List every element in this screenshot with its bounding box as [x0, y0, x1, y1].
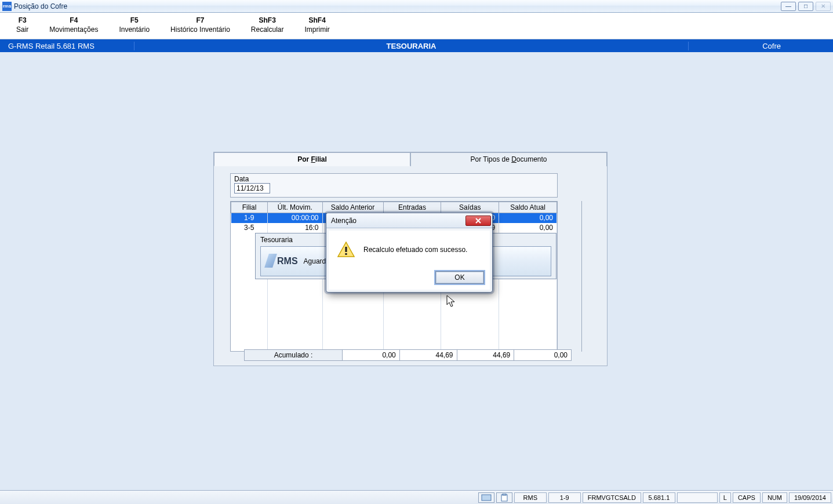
- acumulado-entradas: 44,69: [400, 349, 457, 361]
- data-label: Data: [234, 175, 554, 183]
- col-saldo-atual[interactable]: Saldo Atual: [499, 202, 557, 213]
- band-center: TESOURARIA: [134, 42, 688, 50]
- close-button[interactable]: ✕: [816, 2, 831, 11]
- menu-f4-movimentacoes[interactable]: F4 Movimentações: [39, 15, 108, 38]
- window-controls: — □ ✕: [781, 0, 831, 12]
- svg-rect-3: [501, 495, 507, 501]
- status-blank: [677, 492, 718, 503]
- menu-shf4-imprimir[interactable]: ShF4 Imprimir: [294, 15, 340, 38]
- band-left: G-RMS Retail 5.681 RMS: [0, 42, 134, 50]
- status-clipboard-icon[interactable]: [496, 492, 512, 503]
- minimize-button[interactable]: —: [781, 2, 796, 11]
- menu-f3-sair[interactable]: F3 Sair: [6, 15, 39, 38]
- window-titlebar: rms Posição do Cofre — □ ✕: [0, 0, 833, 13]
- svg-rect-2: [482, 495, 491, 501]
- warning-icon: [337, 241, 355, 258]
- svg-rect-0: [345, 247, 347, 252]
- rms-logo: RMS: [267, 256, 298, 266]
- status-range: 1-9: [548, 492, 581, 503]
- data-group: Data: [230, 173, 558, 198]
- status-l: L: [719, 492, 731, 503]
- shortcut-menubar: F3 Sair F4 Movimentações F5 Inventário F…: [0, 13, 833, 39]
- grid-scrollbar[interactable]: [581, 201, 591, 352]
- tab-por-filial[interactable]: Por Filial: [214, 152, 410, 166]
- tabs: Por Filial Por Tipos de Documento: [214, 152, 607, 166]
- dialog-ok-button[interactable]: OK: [435, 271, 484, 284]
- status-user: RMS: [514, 492, 547, 503]
- menu-shf3-recalcular[interactable]: ShF3 Recalcular: [241, 15, 294, 38]
- atencao-dialog: Atenção Recalculo efetuado com sucesso. …: [326, 213, 493, 293]
- workspace: Por Filial Por Tipos de Documento Data: [0, 53, 833, 490]
- maximize-button[interactable]: □: [798, 2, 813, 11]
- svg-rect-4: [503, 494, 506, 495]
- status-bar: RMS 1-9 FRMVGTCSALD 5.681.1 L CAPS NUM 1…: [0, 490, 833, 504]
- status-num: NUM: [762, 492, 787, 503]
- acumulado-row: Acumulado : 0,00 44,69 44,69 0,00: [244, 349, 572, 361]
- col-ult-movim[interactable]: Últ. Movim.: [268, 202, 323, 213]
- col-entradas[interactable]: Entradas: [383, 202, 441, 213]
- svg-rect-1: [345, 253, 347, 255]
- status-date: 19/09/2014: [789, 492, 831, 503]
- menu-f5-inventario[interactable]: F5 Inventário: [108, 15, 160, 38]
- status-caps: CAPS: [733, 492, 761, 503]
- menu-f7-historico[interactable]: F7 Histórico Inventário: [160, 15, 241, 38]
- acumulado-saldo-atual: 0,00: [514, 349, 572, 361]
- dialog-message: Recalculo efetuado com sucesso.: [363, 246, 467, 254]
- close-icon: [475, 218, 482, 224]
- status-version: 5.681.1: [643, 492, 675, 503]
- acumulado-label: Acumulado :: [244, 349, 343, 361]
- acumulado-saldo-anterior: 0,00: [343, 349, 400, 361]
- app-icon: rms: [2, 2, 12, 11]
- data-input[interactable]: [234, 183, 270, 193]
- dialog-title: Atenção: [331, 217, 465, 225]
- col-saidas[interactable]: Saídas: [441, 202, 499, 213]
- dialog-close-button[interactable]: [465, 216, 491, 226]
- status-doc-icon[interactable]: [478, 492, 494, 503]
- window-title: Posição do Cofre: [14, 2, 67, 10]
- band-right: Cofre: [688, 42, 833, 50]
- status-form: FRMVGTCSALD: [583, 492, 641, 503]
- col-saldo-anterior[interactable]: Saldo Anterior: [322, 202, 383, 213]
- col-filial[interactable]: Filial: [231, 202, 268, 213]
- context-band: G-RMS Retail 5.681 RMS TESOURARIA Cofre: [0, 39, 833, 52]
- dialog-titlebar[interactable]: Atenção: [326, 213, 492, 228]
- tab-por-tipos-documento[interactable]: Por Tipos de Documento: [410, 152, 607, 166]
- acumulado-saidas: 44,69: [457, 349, 515, 361]
